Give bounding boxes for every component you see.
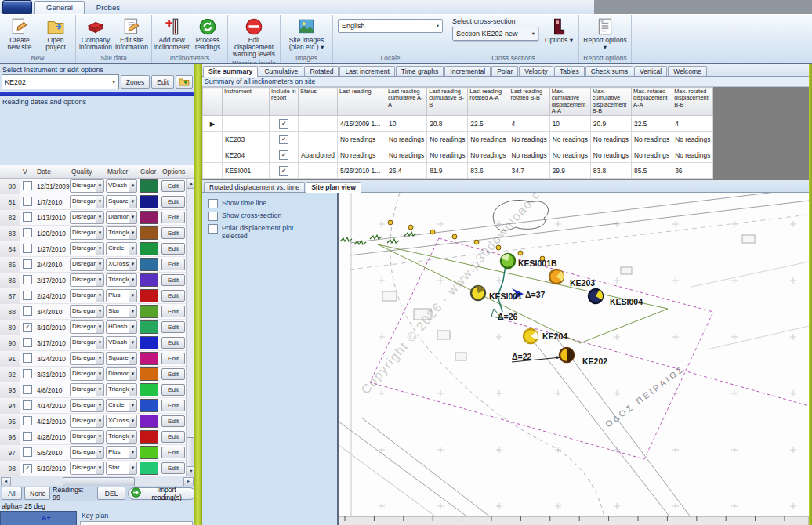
- marker-dropdown[interactable]: TriangleD▼: [106, 430, 137, 444]
- marker-dropdown[interactable]: Diamond▼: [106, 368, 137, 381]
- quality-dropdown[interactable]: Disregard▼: [70, 179, 104, 193]
- plan-option-checkbox[interactable]: [208, 224, 218, 234]
- instrument-cell[interactable]: KE204: [223, 147, 270, 163]
- plan-option-checkbox[interactable]: [208, 199, 218, 208]
- tab-polar[interactable]: Polar: [491, 66, 518, 76]
- summary-row[interactable]: KESI001✓5/26/2010 1...26.481.983.634.729…: [203, 163, 713, 179]
- row-checkbox[interactable]: [23, 212, 32, 222]
- color-swatch[interactable]: [140, 242, 158, 255]
- quality-dropdown[interactable]: Disregard▼: [70, 399, 104, 412]
- color-swatch[interactable]: [140, 336, 158, 349]
- row-checkbox[interactable]: [23, 400, 32, 410]
- select-all-button[interactable]: All: [2, 487, 22, 500]
- tab-rotated[interactable]: Rotated: [304, 66, 339, 76]
- edit-site-information-button[interactable]: Edit site information: [114, 16, 150, 52]
- quality-dropdown[interactable]: Disregard▼: [70, 242, 104, 255]
- site-images-button[interactable]: Site images (plan etc.) ▾: [282, 16, 331, 52]
- row-checkbox[interactable]: [23, 447, 32, 457]
- color-swatch[interactable]: [140, 179, 158, 193]
- process-readings-button[interactable]: Process readings: [190, 16, 226, 52]
- row-edit-button[interactable]: Edit: [161, 337, 185, 349]
- row-checkbox[interactable]: [23, 306, 32, 316]
- instrument-cell[interactable]: KE203: [223, 132, 270, 147]
- row-checkbox[interactable]: ✓: [23, 464, 32, 473]
- tab-cumulative[interactable]: Cumulative: [259, 66, 303, 76]
- row-checkbox[interactable]: [23, 228, 32, 237]
- quality-dropdown[interactable]: Disregard▼: [70, 195, 104, 208]
- color-swatch[interactable]: [140, 415, 158, 428]
- quality-dropdown[interactable]: Disregard▼: [70, 273, 104, 287]
- quality-dropdown[interactable]: Disregard▼: [70, 368, 104, 381]
- color-swatch[interactable]: [140, 258, 158, 271]
- quality-dropdown[interactable]: Disregard▼: [70, 415, 104, 428]
- marker-dropdown[interactable]: Circle▼: [106, 242, 137, 255]
- summary-row[interactable]: ▶KE202✓4/15/2009 1...1020.822.541020.922…: [203, 116, 713, 132]
- tab-vertical[interactable]: Vertical: [634, 66, 667, 76]
- application-menu-button[interactable]: [2, 0, 32, 15]
- color-swatch[interactable]: [140, 430, 158, 444]
- row-edit-button[interactable]: Edit: [161, 274, 185, 286]
- quality-dropdown[interactable]: Disregard▼: [70, 258, 104, 271]
- row-checkbox[interactable]: ✓: [23, 323, 32, 332]
- marker-dropdown[interactable]: VDash▼: [106, 336, 137, 349]
- row-checkbox[interactable]: [23, 291, 32, 300]
- marker-dropdown[interactable]: VDash▼: [106, 179, 137, 193]
- quality-dropdown[interactable]: Disregard▼: [70, 383, 104, 396]
- row-checkbox[interactable]: [23, 416, 32, 425]
- tab-rotated-displacement-vs-time[interactable]: Rotated displacement vs. time: [204, 182, 305, 192]
- color-swatch[interactable]: [140, 211, 158, 224]
- marker-dropdown[interactable]: Square▼: [106, 352, 137, 365]
- row-checkbox[interactable]: [23, 432, 32, 441]
- summary-row[interactable]: KE204✓AbandonedNo readingsNo readingsNo …: [203, 147, 713, 163]
- row-edit-button[interactable]: Edit: [161, 384, 185, 396]
- color-swatch[interactable]: [140, 273, 158, 287]
- color-swatch[interactable]: [140, 462, 158, 475]
- row-edit-button[interactable]: Edit: [161, 447, 185, 458]
- tab-last-increment[interactable]: Last increment: [339, 66, 394, 76]
- row-edit-button[interactable]: Edit: [161, 212, 185, 223]
- summary-row[interactable]: KE203✓No readingsNo readingsNo readingsN…: [203, 132, 713, 147]
- row-edit-button[interactable]: Edit: [161, 431, 185, 443]
- company-information-button[interactable]: Company information: [78, 16, 114, 52]
- include-checkbox[interactable]: ✓: [279, 119, 288, 129]
- plan-option-checkbox[interactable]: [208, 212, 218, 221]
- instrument-select[interactable]: KE202 ▾: [2, 74, 119, 89]
- row-edit-button[interactable]: Edit: [161, 243, 185, 255]
- select-none-button[interactable]: None: [24, 487, 50, 500]
- color-swatch[interactable]: [140, 352, 158, 365]
- row-checkbox[interactable]: [23, 181, 32, 190]
- create-new-site-button[interactable]: Create new site: [2, 16, 38, 52]
- zones-button[interactable]: Zones: [121, 75, 150, 89]
- row-checkbox[interactable]: [23, 353, 32, 363]
- options-button[interactable]: Options ▾: [541, 16, 577, 45]
- quality-dropdown[interactable]: Disregard▼: [70, 211, 104, 224]
- row-edit-button[interactable]: Edit: [161, 353, 185, 364]
- include-checkbox[interactable]: ✓: [279, 150, 288, 160]
- marker-dropdown[interactable]: Triangle▼: [106, 383, 137, 396]
- quality-dropdown[interactable]: Disregard▼: [70, 226, 104, 240]
- quality-dropdown[interactable]: Disregard▼: [70, 320, 104, 334]
- site-plan-view[interactable]: Copyright © 2026 - www.p30download.com Ο…: [337, 193, 809, 525]
- reading-table-vscrollbar[interactable]: ▲ ▼: [186, 179, 194, 476]
- quality-dropdown[interactable]: Disregard▼: [70, 352, 104, 365]
- tab-check-sums[interactable]: Check sums: [585, 66, 633, 76]
- row-checkbox[interactable]: [23, 197, 32, 206]
- row-edit-button[interactable]: Edit: [161, 306, 185, 317]
- row-edit-button[interactable]: Edit: [161, 321, 185, 333]
- tab-site-summary[interactable]: Site summary: [203, 66, 258, 77]
- quality-dropdown[interactable]: Disregard▼: [70, 446, 104, 459]
- color-swatch[interactable]: [140, 226, 158, 240]
- quality-dropdown[interactable]: Disregard▼: [70, 289, 104, 302]
- tab-site-plan-view[interactable]: Site plan view: [306, 182, 361, 193]
- row-edit-button[interactable]: Edit: [161, 227, 185, 239]
- quality-dropdown[interactable]: Disregard▼: [70, 305, 104, 318]
- row-edit-button[interactable]: Edit: [161, 415, 185, 427]
- marker-dropdown[interactable]: Square▼: [106, 195, 137, 208]
- tab-probes[interactable]: Probes: [85, 1, 132, 14]
- row-edit-button[interactable]: Edit: [161, 400, 185, 411]
- tab-general[interactable]: General: [34, 1, 85, 14]
- row-checkbox[interactable]: [23, 385, 32, 394]
- marker-dropdown[interactable]: Plus▼: [106, 289, 137, 302]
- quality-dropdown[interactable]: Disregard▼: [70, 336, 104, 349]
- edit-instrument-button[interactable]: Edit: [151, 75, 174, 89]
